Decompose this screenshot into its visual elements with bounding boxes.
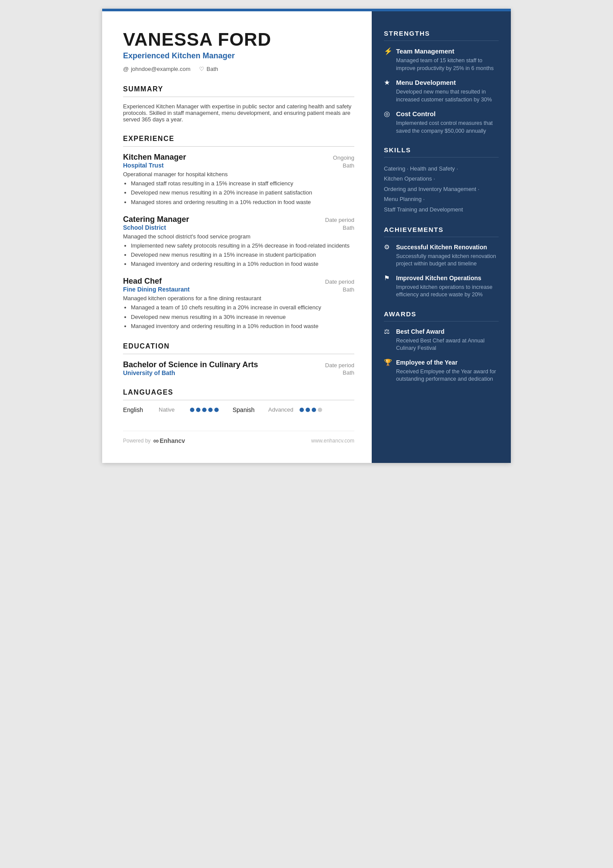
strength-item-1: ⚡ Team Management Managed team of 15 kit… [384, 47, 499, 72]
email-icon: @ [123, 66, 129, 72]
edu-header: Bachelor of Science in Culinary Arts Dat… [123, 360, 354, 369]
sidebar-column: STRENGTHS ⚡ Team Management Managed team… [372, 9, 511, 463]
languages-row: English Native Spanish Advanced [123, 406, 354, 413]
exp-sub-1: Hospital Trust Bath [123, 162, 354, 171]
footer-website: www.enhancv.com [311, 438, 354, 444]
strength-title-3: Cost Control [396, 110, 436, 117]
footer: Powered by ∞ Enhancv www.enhancv.com [123, 431, 354, 446]
edu-school: University of Bath [123, 369, 175, 376]
exp-bullet-1-3: Managed stores and ordering resulting in… [131, 198, 354, 206]
exp-item-1: Kitchen Manager Ongoing Hospital Trust B… [123, 153, 354, 206]
exp-company-2: School District [123, 224, 166, 231]
exp-bullet-3-1: Managed a team of 10 chefs resulting in … [131, 304, 354, 312]
skill-3: Ordering and Inventory Management · [384, 184, 499, 194]
main-column: VANESSA FORD Experienced Kitchen Manager… [102, 9, 372, 463]
award-item-1: ⚖ Best Chef Award Received Best Chef awa… [384, 328, 499, 352]
exp-desc-1: Operational manager for hospital kitchen… [123, 171, 354, 178]
powered-by-text: Powered by [123, 438, 150, 444]
award-desc-1: Received Best Chef award at Annual Culin… [384, 337, 499, 352]
languages-title: LANGUAGES [123, 389, 354, 396]
languages-divider [123, 400, 354, 400]
exp-title-2: Catering Manager [123, 215, 189, 224]
exp-bullet-3-2: Developed new menus resulting in a 30% i… [131, 313, 354, 321]
languages-section: LANGUAGES English Native Spanish Advance… [123, 389, 354, 413]
award-title-2: Employee of the Year [396, 359, 457, 366]
email-value: johndoe@example.com [131, 66, 190, 72]
exp-bullet-1-1: Managed staff rotas resulting in a 15% i… [131, 180, 354, 188]
exp-location-3: Bath [343, 286, 354, 293]
skill-2: Kitchen Operations · [384, 174, 499, 184]
awards-divider [384, 321, 499, 322]
award-item-2: 🏆 Employee of the Year Received Employee… [384, 359, 499, 383]
lang-english-name: English [123, 406, 153, 413]
dot [312, 408, 316, 412]
skill-1: Catering · Health and Safety · [384, 164, 499, 174]
exp-bullet-2-3: Managed inventory and ordering resulting… [131, 260, 354, 268]
lightning-icon: ⚡ [384, 47, 393, 55]
email-contact: @ johndoe@example.com [123, 66, 190, 72]
candidate-name: VANESSA FORD [123, 30, 354, 50]
dot [306, 408, 310, 412]
lang-english-dots [190, 408, 219, 412]
dot [202, 408, 207, 412]
summary-section: SUMMARY Experienced Kitchen Manager with… [123, 85, 354, 123]
achievement-header-1: ⚙ Successful Kitchen Renovation [384, 243, 499, 251]
location-contact: ♡ Bath [199, 66, 218, 72]
flag-icon: ⚑ [384, 274, 393, 282]
location-icon: ♡ [199, 66, 204, 72]
candidate-title: Experienced Kitchen Manager [123, 51, 354, 60]
award-title-1: Best Chef Award [396, 328, 444, 335]
exp-date-3: Date period [325, 278, 354, 285]
awards-title: AWARDS [384, 310, 499, 318]
location-value: Bath [207, 66, 218, 72]
exp-header-2: Catering Manager Date period [123, 215, 354, 224]
strength-item-2: ★ Menu Development Developed new menu th… [384, 78, 499, 104]
award-header-1: ⚖ Best Chef Award [384, 328, 499, 335]
edu-degree: Bachelor of Science in Culinary Arts [123, 360, 258, 369]
experience-title: EXPERIENCE [123, 135, 354, 143]
medal-icon: ⚖ [384, 328, 393, 335]
exp-bullets-3: Managed a team of 10 chefs resulting in … [123, 304, 354, 330]
logo-infinity-icon: ∞ [153, 436, 159, 446]
strengths-divider [384, 40, 499, 41]
education-title: EDUCATION [123, 342, 354, 350]
awards-section: AWARDS ⚖ Best Chef Award Received Best C… [384, 310, 499, 383]
enhancv-logo: ∞ Enhancv [153, 436, 185, 446]
achievement-item-2: ⚑ Improved Kitchen Operations Improved k… [384, 274, 499, 299]
summary-title: SUMMARY [123, 85, 354, 93]
skills-divider [384, 157, 499, 158]
skill-4: Menu Planning · [384, 194, 499, 204]
skills-list: Catering · Health and Safety · Kitchen O… [384, 164, 499, 214]
brand-name: Enhancv [160, 437, 185, 444]
exp-desc-2: Managed the school district's food servi… [123, 233, 354, 240]
exp-item-2: Catering Manager Date period School Dist… [123, 215, 354, 268]
exp-header-3: Head Chef Date period [123, 277, 354, 286]
achievements-title: ACHIEVEMENTS [384, 226, 499, 233]
summary-divider [123, 97, 354, 97]
award-header-2: 🏆 Employee of the Year [384, 359, 499, 366]
strength-header-2: ★ Menu Development [384, 78, 499, 87]
education-section: EDUCATION Bachelor of Science in Culinar… [123, 342, 354, 376]
exp-bullets-1: Managed staff rotas resulting in a 15% i… [123, 180, 354, 206]
skills-title: SKILLS [384, 146, 499, 154]
exp-company-1: Hospital Trust [123, 162, 163, 169]
skill-5: Staff Training and Development [384, 204, 499, 214]
dot [214, 408, 219, 412]
lang-spanish-name: Spanish [233, 406, 263, 413]
resume-container: VANESSA FORD Experienced Kitchen Manager… [102, 9, 511, 463]
strength-item-3: ◎ Cost Control Implemented cost control … [384, 110, 499, 135]
experience-section: EXPERIENCE Kitchen Manager Ongoing Hospi… [123, 135, 354, 330]
achievements-divider [384, 237, 499, 237]
exp-company-3: Fine Dining Restaurant [123, 286, 190, 293]
edu-sub: University of Bath Bath [123, 369, 354, 376]
strength-desc-3: Implemented cost control measures that s… [384, 120, 499, 135]
exp-bullet-2-1: Implemented new safety protocols resulti… [131, 242, 354, 250]
achievements-section: ACHIEVEMENTS ⚙ Successful Kitchen Renova… [384, 226, 499, 299]
header-section: VANESSA FORD Experienced Kitchen Manager… [123, 30, 354, 72]
dot [196, 408, 200, 412]
exp-date-2: Date period [325, 217, 354, 223]
trophy-icon: 🏆 [384, 359, 393, 366]
dot [208, 408, 213, 412]
dot [318, 408, 322, 412]
edu-location: Bath [343, 369, 354, 376]
